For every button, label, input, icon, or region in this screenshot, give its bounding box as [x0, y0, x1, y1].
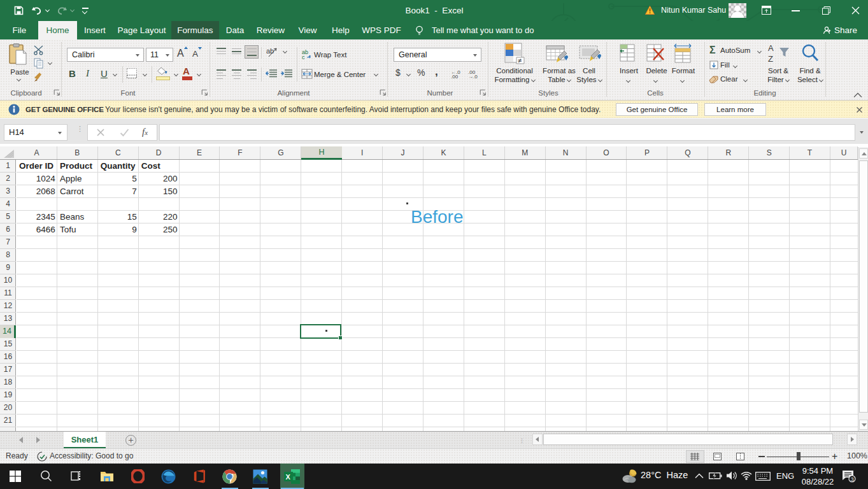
svg-text:Z: Z	[768, 54, 773, 64]
svg-text:X: X	[285, 473, 290, 481]
svg-text:A: A	[768, 43, 774, 53]
svg-text:→.0: →.0	[468, 74, 478, 78]
svg-text:ab: ab	[266, 47, 274, 55]
svg-text:3: 3	[851, 476, 854, 483]
svg-text:≠: ≠	[518, 57, 522, 64]
svg-text:.00: .00	[451, 74, 459, 78]
svg-text:c: c	[302, 54, 305, 60]
